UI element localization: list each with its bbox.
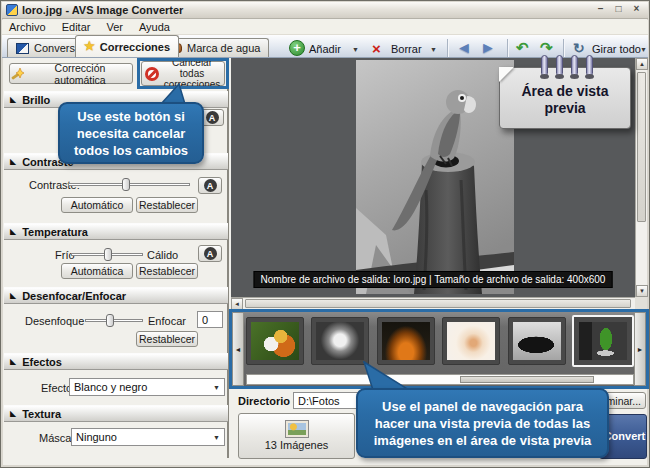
conversion-icon — [16, 43, 29, 54]
section-header-temperatura[interactable]: ◣ Temperatura — [4, 223, 228, 240]
thumbnail-image — [382, 322, 430, 360]
filmstrip-scrollbar[interactable] — [246, 374, 634, 385]
expander-icon: ◣ — [10, 409, 16, 418]
menu-editar[interactable]: Editar — [62, 21, 91, 33]
thumbnail-rose[interactable] — [442, 317, 500, 365]
filmstrip-left-arrow[interactable]: ◄ — [232, 312, 244, 386]
efecto-value: Blanco y negro — [74, 381, 147, 393]
horizontal-scroll-thumb[interactable] — [245, 299, 631, 308]
thumbnail-white-flower[interactable] — [311, 317, 369, 365]
delete-x-icon[interactable]: × — [372, 40, 381, 57]
desenfoque-slider[interactable] — [85, 319, 143, 322]
preview-vertical-scrollbar[interactable]: ▲ ▼ — [635, 58, 647, 297]
window-title: loro.jpg - AVS Image Converter — [22, 4, 183, 16]
rotate-all-icon[interactable]: ↻ — [573, 40, 585, 56]
section-header-desenfocar[interactable]: ◣ Desenfocar/Enfocar — [4, 287, 228, 304]
photo-stack-icon — [286, 421, 308, 437]
temperatura-auto-button[interactable]: Automática — [61, 263, 133, 279]
navigation-filmstrip: ◄ ► — [229, 309, 649, 389]
preview-horizontal-scrollbar[interactable]: ◄ ► — [231, 297, 647, 309]
app-icon — [6, 4, 18, 16]
rotate-left-icon[interactable]: ↶ — [516, 39, 529, 57]
desenfoque-slider-thumb[interactable] — [106, 314, 114, 327]
rotate-all-button[interactable]: Girar todo — [592, 41, 641, 57]
title-bar: loro.jpg - AVS Image Converter – □ × — [2, 2, 648, 19]
close-icon[interactable]: × — [631, 3, 642, 14]
previous-image-icon[interactable]: ◄ — [456, 39, 472, 57]
add-dropdown-icon[interactable]: ▼ — [352, 46, 359, 53]
add-plus-icon[interactable]: + — [289, 40, 305, 56]
desenfoque-label: Desenfoque — [25, 315, 84, 327]
enfocar-value-input[interactable] — [197, 311, 223, 328]
expander-icon: ◣ — [10, 357, 16, 366]
rotate-right-icon[interactable]: ↷ — [540, 39, 553, 57]
desenfocar-title: Desenfocar/Enfocar — [22, 290, 126, 302]
temperatura-reset-button[interactable]: Restablecer — [136, 263, 198, 279]
images-count-button[interactable]: 13 Imágenes — [238, 413, 355, 459]
next-image-icon[interactable]: ► — [480, 39, 496, 57]
contraste-slider[interactable] — [68, 183, 190, 186]
binder-ring-hole — [585, 74, 594, 79]
thumbnail-parrot-selected[interactable] — [572, 315, 634, 367]
rotate-all-dropdown-icon[interactable]: ▼ — [640, 46, 647, 53]
filmstrip-scroll-thumb[interactable] — [460, 376, 594, 383]
contraste-slider-thumb[interactable] — [122, 178, 130, 191]
chevron-down-icon: ▼ — [213, 434, 220, 441]
delete-button[interactable]: Borrar — [391, 41, 422, 57]
tab-correcciones-label: Correcciones — [100, 41, 170, 53]
toolbar-separator — [507, 39, 508, 57]
a-badge-icon: A — [204, 247, 217, 260]
temperatura-slider-thumb[interactable] — [104, 248, 112, 261]
delete-dropdown-icon[interactable]: ▼ — [430, 46, 437, 53]
binder-ring-hole — [555, 74, 564, 79]
a-badge-icon: A — [206, 111, 219, 124]
temperatura-title: Temperatura — [22, 226, 88, 238]
menu-ver[interactable]: Ver — [106, 21, 123, 33]
magic-wand-icon — [10, 67, 24, 81]
temperatura-slider[interactable] — [71, 253, 143, 256]
contraste-auto-button[interactable]: Automático — [61, 197, 133, 213]
preview-image-parrot — [356, 60, 514, 294]
menu-ayuda[interactable]: Ayuda — [139, 21, 170, 33]
binder-ring-hole — [540, 74, 549, 79]
add-button[interactable]: Añadir — [309, 41, 341, 57]
temperatura-auto-level-button[interactable]: A — [198, 245, 222, 262]
auto-correction-button[interactable]: Corrección automática — [9, 63, 133, 84]
thumbnail-image — [513, 322, 561, 360]
efecto-dropdown[interactable]: Blanco y negro ▼ — [69, 378, 225, 396]
minimize-icon[interactable]: – — [595, 3, 606, 14]
desenfocar-reset-button[interactable]: Restablecer — [136, 331, 198, 347]
toolbar-separator — [563, 39, 564, 57]
cancel-tip-callout: Use este botón si necesita cancelar todo… — [58, 102, 204, 164]
vertical-scroll-thumb[interactable] — [637, 72, 646, 222]
thumbnail-flower-color[interactable] — [246, 317, 304, 365]
mascara-dropdown[interactable]: Ninguno ▼ — [71, 428, 225, 446]
callout-tail — [357, 361, 411, 390]
scroll-up-icon[interactable]: ▲ — [636, 58, 648, 70]
menu-bar: Archivo Editar Ver Ayuda — [2, 20, 648, 35]
scroll-down-icon[interactable]: ▼ — [636, 285, 648, 297]
calido-label: Cálido — [147, 249, 178, 261]
window-controls: – □ × — [595, 3, 642, 14]
menu-archivo[interactable]: Archivo — [9, 21, 46, 33]
toolbar-separator — [447, 39, 448, 57]
mascara-value: Ninguno — [76, 431, 117, 443]
tab-correcciones[interactable]: ★ Correcciones — [75, 35, 179, 57]
note-fold-corner — [499, 67, 514, 82]
maximize-icon[interactable]: □ — [613, 3, 624, 14]
textura-title: Textura — [22, 408, 61, 420]
contraste-auto-level-button[interactable]: A — [198, 177, 222, 194]
section-header-textura[interactable]: ◣ Textura — [4, 405, 228, 422]
navigation-tip-callout: Use el panel de navegación para hacer un… — [356, 388, 609, 458]
section-header-efectos[interactable]: ◣ Efectos — [4, 353, 228, 370]
thumbnail-cat[interactable] — [508, 317, 566, 365]
expander-icon: ◣ — [10, 95, 16, 104]
auto-correction-label: Corrección automática — [28, 62, 132, 86]
callout-tail — [159, 83, 185, 104]
contraste-reset-button[interactable]: Restablecer — [136, 197, 198, 213]
filmstrip-right-arrow[interactable]: ► — [634, 312, 646, 386]
output-file-caption: Nombre de archivo de salida: loro.jpg | … — [254, 271, 613, 288]
thumbnail-fireplace[interactable] — [377, 317, 435, 365]
preview-area-note: Área de vista previa — [499, 67, 631, 129]
a-badge-icon: A — [204, 179, 217, 192]
